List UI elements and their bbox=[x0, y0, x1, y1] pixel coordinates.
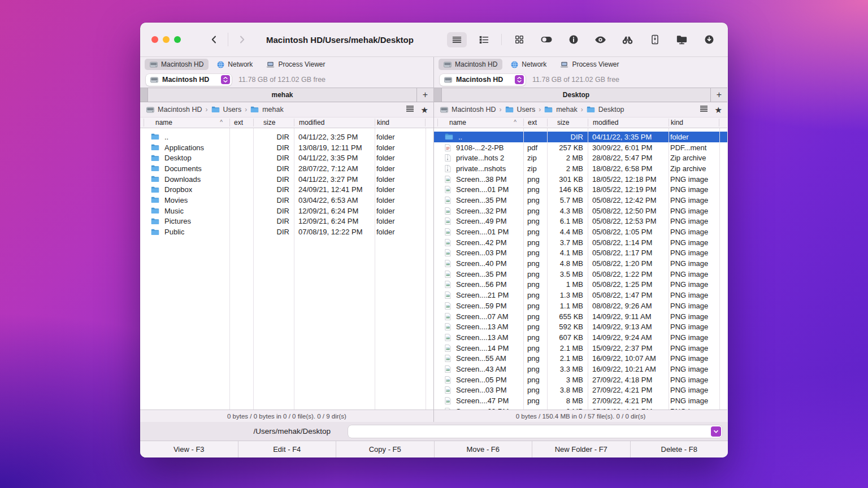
breadcrumb-item[interactable]: mehak bbox=[544, 106, 578, 114]
column-size[interactable]: size bbox=[547, 119, 588, 127]
volume-tab-macintosh-hd[interactable]: Macintosh HD bbox=[439, 59, 502, 70]
volume-tab-macintosh-hd[interactable]: Macintosh HD bbox=[145, 59, 209, 70]
volume-tab-network[interactable]: Network bbox=[212, 59, 258, 70]
copy-f5-button[interactable]: Copy - F5 bbox=[336, 441, 434, 457]
preview-eye-icon[interactable] bbox=[591, 32, 610, 47]
column-modified[interactable]: modified bbox=[588, 119, 669, 127]
file-row[interactable]: Screen...38 PMpng301 KB18/05/22, 12:18 P… bbox=[434, 174, 727, 185]
network-folder-icon[interactable] bbox=[672, 32, 692, 47]
file-row[interactable]: Screen...35 PMpng3.5 MB05/08/22, 1:22 PM… bbox=[434, 269, 727, 280]
close-button[interactable] bbox=[151, 36, 158, 43]
file-row[interactable]: Screen....13 AMpng592 KB14/09/22, 9:13 A… bbox=[434, 321, 727, 332]
breadcrumb-item[interactable]: Macintosh HD bbox=[440, 106, 496, 114]
list-menu-icon[interactable] bbox=[700, 105, 708, 114]
file-row[interactable]: Screen....14 PMpng2.1 MB15/09/22, 2:37 P… bbox=[434, 343, 727, 354]
breadcrumb-item[interactable]: Desktop bbox=[587, 106, 624, 114]
file-row[interactable]: ..DIR04/11/22, 3:25 PMfolder bbox=[140, 132, 433, 142]
file-row[interactable]: Screen....13 AMpng607 KB14/09/22, 9:24 A… bbox=[434, 332, 727, 343]
file-row[interactable]: ApplicationsDIR13/08/19, 12:11 PMfolder bbox=[140, 142, 433, 153]
file-row[interactable]: Screen...05 PMpng3 MB27/09/22, 4:18 PMPN… bbox=[434, 374, 727, 385]
file-row[interactable]: DesktopDIR04/11/22, 3:35 PMfolder bbox=[140, 152, 433, 163]
file-row[interactable]: PublicDIR07/08/19, 12:22 PMfolder bbox=[140, 226, 433, 237]
file-row[interactable]: MusicDIR12/09/21, 6:24 PMfolder bbox=[140, 206, 433, 216]
breadcrumb-item[interactable]: mehak bbox=[250, 106, 284, 114]
column-kind[interactable]: kind bbox=[375, 119, 425, 127]
new-folder-f7-button[interactable]: New Folder - F7 bbox=[532, 441, 630, 457]
file-row[interactable]: Screen...42 PMpng3.7 MB05/08/22, 1:14 PM… bbox=[434, 237, 727, 248]
column-kind[interactable]: kind bbox=[669, 119, 719, 127]
file-row[interactable]: Screen....02 PMpng2 MB27/09/22, 4:22 PMP… bbox=[434, 406, 727, 409]
file-row[interactable]: Screen...32 PMpng4.3 MB05/08/22, 12:50 P… bbox=[434, 206, 727, 216]
command-dropdown-button[interactable] bbox=[711, 426, 721, 437]
back-chevron-icon[interactable] bbox=[208, 33, 220, 46]
breadcrumb-item[interactable]: Users bbox=[505, 106, 536, 114]
forward-chevron-icon[interactable] bbox=[236, 33, 248, 46]
volume-tab-network[interactable]: Network bbox=[506, 59, 552, 70]
add-tab-button[interactable]: + bbox=[710, 88, 727, 102]
file-row[interactable]: Screen...03 PMpng4.1 MB05/08/22, 1:17 PM… bbox=[434, 248, 727, 259]
volume-tab-label: Process Viewer bbox=[278, 60, 325, 68]
file-row[interactable]: Screen...49 PMpng6.1 MB05/08/22, 12:53 P… bbox=[434, 216, 727, 227]
toggle-switch-icon[interactable] bbox=[536, 32, 556, 47]
drive-select[interactable]: Macintosh HD bbox=[146, 74, 232, 86]
folder-icon bbox=[505, 106, 514, 113]
search-binoculars-icon[interactable] bbox=[618, 32, 637, 47]
file-row[interactable]: private...hots 2zip2 MB28/08/22, 5:47 PM… bbox=[434, 152, 727, 163]
file-row[interactable]: Screen...03 PMpng3.8 MB27/09/22, 4:21 PM… bbox=[434, 385, 727, 396]
favorites-star-icon[interactable]: ★ bbox=[715, 106, 722, 114]
file-row[interactable]: private...nshotszip2 MB18/08/22, 6:58 PM… bbox=[434, 163, 727, 174]
file-row[interactable]: Screen....21 PMpng1.3 MB05/08/22, 1:47 P… bbox=[434, 290, 727, 300]
file-row[interactable]: Screen...59 PMpng1.1 MB08/08/22, 9:26 AM… bbox=[434, 300, 727, 311]
file-row[interactable]: 9108-...2-2-PBpdf257 KB30/09/22, 6:01 PM… bbox=[434, 142, 727, 153]
info-icon[interactable] bbox=[563, 32, 583, 47]
breadcrumb-item[interactable]: Users bbox=[211, 106, 242, 114]
file-modified: 05/08/22, 1:25 PM bbox=[588, 280, 669, 289]
file-row[interactable]: ..DIR04/11/22, 3:35 PMfolder bbox=[434, 132, 727, 142]
folder-tab[interactable]: Desktop bbox=[442, 88, 710, 102]
folder-tab[interactable]: mehak bbox=[148, 88, 416, 102]
file-row[interactable]: Screen....47 PMpng8 MB27/09/22, 4:21 PMP… bbox=[434, 395, 727, 406]
laptop-icon bbox=[266, 62, 275, 68]
zoom-button[interactable] bbox=[174, 36, 181, 43]
file-row[interactable]: Screen...56 PMpng1 MB05/08/22, 1:25 PMPN… bbox=[434, 280, 727, 290]
file-row[interactable]: Screen....07 AMpng655 KB14/09/22, 9:11 A… bbox=[434, 311, 727, 322]
file-size: 4.4 MB bbox=[547, 228, 588, 236]
minimize-button[interactable] bbox=[163, 36, 170, 43]
drive-select[interactable]: Macintosh HD bbox=[440, 74, 526, 86]
column-ext[interactable]: ext bbox=[229, 119, 253, 127]
breadcrumb-item[interactable]: Macintosh HD bbox=[146, 106, 202, 114]
file-row[interactable]: Screen...35 PMpng5.7 MB05/08/22, 12:42 P… bbox=[434, 195, 727, 206]
file-row[interactable]: Screen...55 AMpng2.1 MB16/09/22, 10:07 A… bbox=[434, 353, 727, 364]
delete-f8-button[interactable]: Delete - F8 bbox=[630, 441, 728, 457]
file-row[interactable]: Screen....01 PMpng146 KB18/05/22, 12:19 … bbox=[434, 184, 727, 195]
favorites-star-icon[interactable]: ★ bbox=[421, 106, 428, 114]
list-menu-icon[interactable] bbox=[406, 105, 414, 114]
column-modified[interactable]: modified bbox=[294, 119, 375, 127]
column-ext[interactable]: ext bbox=[523, 119, 547, 127]
file-row[interactable]: Screen....01 PMpng4.4 MB05/08/22, 1:05 P… bbox=[434, 226, 727, 237]
file-row[interactable]: PicturesDIR12/09/21, 6:24 PMfolder bbox=[140, 216, 433, 227]
download-icon[interactable] bbox=[699, 32, 719, 47]
view-f3-button[interactable]: View - F3 bbox=[140, 441, 238, 457]
move-f6-button[interactable]: Move - F6 bbox=[434, 441, 532, 457]
file-row[interactable]: Screen...40 PMpng4.8 MB05/08/22, 1:20 PM… bbox=[434, 258, 727, 269]
archive-zip-icon[interactable] bbox=[645, 32, 665, 47]
file-row[interactable]: DownloadsDIR04/11/22, 3:27 PMfolder bbox=[140, 174, 433, 185]
grid-view-icon[interactable] bbox=[509, 32, 529, 47]
file-row[interactable]: DocumentsDIR28/07/22, 7:12 AMfolder bbox=[140, 163, 433, 174]
file-modified: 04/11/22, 3:35 PM bbox=[294, 154, 375, 162]
command-input[interactable] bbox=[348, 425, 722, 438]
column-name[interactable]: name^ bbox=[144, 119, 229, 127]
list-view-icon[interactable] bbox=[447, 32, 467, 47]
edit-f4-button[interactable]: Edit - F4 bbox=[238, 441, 336, 457]
column-size[interactable]: size bbox=[253, 119, 294, 127]
file-row[interactable]: Screen...43 AMpng3.3 MB16/09/22, 10:21 A… bbox=[434, 364, 727, 374]
detail-list-view-icon[interactable] bbox=[474, 32, 494, 47]
png-icon bbox=[445, 334, 451, 341]
volume-tab-process-viewer[interactable]: Process Viewer bbox=[261, 59, 330, 70]
file-row[interactable]: MoviesDIR03/04/22, 6:53 AMfolder bbox=[140, 195, 433, 206]
volume-tab-process-viewer[interactable]: Process Viewer bbox=[555, 59, 624, 70]
add-tab-button[interactable]: + bbox=[416, 88, 433, 102]
column-name[interactable]: name^ bbox=[437, 119, 523, 127]
file-row[interactable]: DropboxDIR24/09/21, 12:41 PMfolder bbox=[140, 184, 433, 195]
